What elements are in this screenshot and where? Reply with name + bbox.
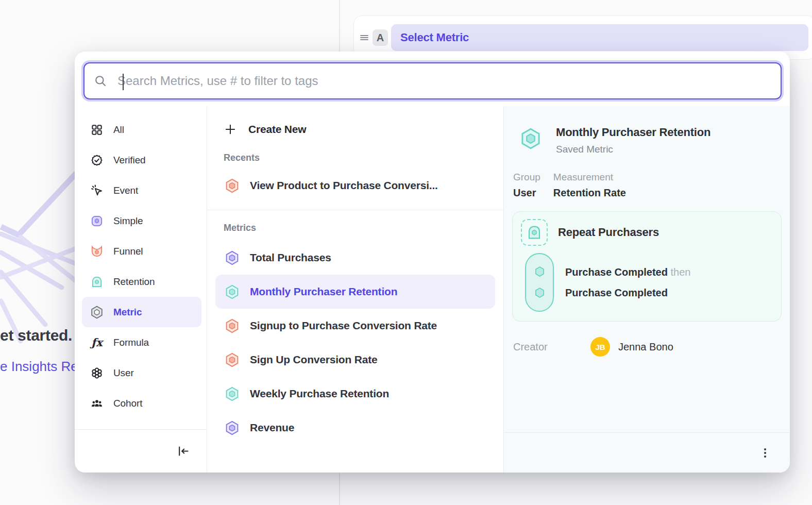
definition-step: Purchase Completed then bbox=[565, 266, 690, 278]
sidebar-item-label: Verified bbox=[113, 155, 146, 166]
meta-label: Measurement bbox=[553, 172, 626, 183]
create-new-label: Create New bbox=[248, 123, 306, 136]
metrics-section-title: Metrics bbox=[207, 223, 503, 233]
sidebar-item-metric[interactable]: Metric bbox=[82, 297, 201, 327]
metric-item-signup-to-purchase[interactable]: Signup to Purchase Conversion Rate bbox=[215, 309, 495, 343]
event-sequence-capsule bbox=[525, 253, 554, 312]
creator-avatar: JB bbox=[590, 337, 610, 357]
retention-icon bbox=[89, 274, 105, 290]
verified-badge-icon bbox=[89, 153, 105, 168]
user-flower-icon bbox=[89, 365, 105, 381]
recent-item-label: View Product to Purchase Conversi... bbox=[250, 179, 438, 192]
retention-definition-icon bbox=[521, 219, 548, 246]
creator-name: Jenna Bono bbox=[618, 341, 673, 353]
sidebar-item-cohort[interactable]: Cohort bbox=[82, 388, 201, 418]
search-section bbox=[75, 52, 790, 106]
retention-metric-icon bbox=[224, 284, 240, 300]
event-hexagon-icon bbox=[533, 265, 547, 279]
sidebar-item-label: Retention bbox=[113, 276, 155, 288]
background-link-partial[interactable]: e Insights Re bbox=[0, 359, 75, 375]
drag-handle-icon[interactable] bbox=[359, 32, 369, 43]
simple-metric-icon bbox=[89, 213, 105, 229]
retention-metric-icon bbox=[224, 386, 240, 402]
creator-label: Creator bbox=[513, 341, 590, 353]
background-heading-partial: et started. bbox=[0, 327, 72, 344]
funnel-metric-icon bbox=[224, 178, 240, 194]
event-hexagon-icon bbox=[533, 286, 547, 300]
detail-title: Monthly Purchaser Retention bbox=[556, 126, 711, 139]
sidebar-item-label: User bbox=[113, 367, 134, 379]
background-text-region: et started. e Insights Re bbox=[0, 319, 75, 386]
sidebar-item-label: Event bbox=[113, 185, 138, 196]
simple-metric-icon bbox=[224, 250, 240, 266]
select-metric-label: Select Metric bbox=[400, 31, 469, 44]
meta-measurement: Measurement Retention Rate bbox=[553, 172, 626, 199]
sidebar-item-label: Funnel bbox=[113, 246, 143, 257]
metric-picker-modal: All Verified bbox=[75, 52, 790, 473]
metric-item-label: Revenue bbox=[250, 422, 294, 434]
step-connector: then bbox=[671, 266, 691, 278]
funnel-metric-icon bbox=[224, 318, 240, 334]
metric-item-label: Weekly Purchase Retention bbox=[250, 388, 389, 400]
kebab-menu-icon[interactable] bbox=[759, 447, 771, 459]
event-cursor-icon bbox=[89, 183, 105, 198]
sidebar-item-label: Cohort bbox=[113, 398, 142, 409]
list-divider bbox=[207, 210, 503, 210]
metric-item-monthly-purchaser-retention[interactable]: Monthly Purchaser Retention bbox=[215, 275, 495, 309]
recent-item[interactable]: View Product to Purchase Conversi... bbox=[215, 169, 495, 203]
type-filter-sidebar: All Verified bbox=[75, 106, 207, 473]
sidebar-item-event[interactable]: Event bbox=[82, 175, 201, 206]
select-metric-button[interactable]: Select Metric bbox=[391, 24, 808, 51]
plus-icon bbox=[224, 123, 237, 136]
definition-step: Purchase Completed bbox=[565, 287, 690, 299]
sidebar-item-user[interactable]: User bbox=[82, 358, 201, 388]
funnel-icon bbox=[89, 244, 105, 259]
sidebar-item-all[interactable]: All bbox=[82, 114, 201, 145]
metric-item-label: Signup to Purchase Conversion Rate bbox=[250, 319, 437, 332]
recents-section-title: Recents bbox=[207, 153, 503, 163]
sidebar-item-label: All bbox=[113, 124, 124, 136]
metric-definition-card: Repeat Purchasers Purchase Comp bbox=[512, 211, 782, 322]
text-caret bbox=[123, 74, 124, 90]
metric-item-revenue[interactable]: Revenue bbox=[215, 411, 495, 445]
metric-item-weekly-purchase-retention[interactable]: Weekly Purchase Retention bbox=[215, 377, 495, 411]
sidebar-item-formula[interactable]: ƒx Formula bbox=[82, 327, 201, 358]
meta-value: Retention Rate bbox=[553, 187, 626, 199]
sidebar-item-label: Formula bbox=[113, 337, 149, 348]
metric-item-label: Sign Up Conversion Rate bbox=[250, 354, 377, 366]
collapse-panel-icon[interactable] bbox=[176, 444, 190, 458]
sidebar-item-label: Simple bbox=[113, 215, 143, 227]
detail-subtitle: Saved Metric bbox=[556, 144, 711, 155]
sidebar-item-retention[interactable]: Retention bbox=[82, 266, 201, 297]
series-label-badge: A bbox=[373, 29, 388, 46]
sidebar-item-funnel[interactable]: Funnel bbox=[82, 236, 201, 266]
metric-hexagon-icon bbox=[89, 305, 105, 320]
formula-icon: ƒx bbox=[89, 335, 105, 350]
sidebar-item-label: Metric bbox=[113, 307, 142, 318]
search-icon bbox=[94, 74, 107, 88]
grid-icon bbox=[89, 122, 105, 138]
definition-name: Repeat Purchasers bbox=[558, 226, 659, 239]
cohort-icon bbox=[89, 396, 105, 411]
retention-metric-icon bbox=[519, 127, 543, 150]
metric-item-total-purchases[interactable]: Total Purchases bbox=[215, 241, 495, 275]
meta-group: Group User bbox=[513, 172, 540, 199]
create-new-button[interactable]: Create New bbox=[207, 113, 503, 145]
metric-item-signup-conversion[interactable]: Sign Up Conversion Rate bbox=[215, 343, 495, 377]
meta-value: User bbox=[513, 187, 540, 199]
simple-metric-icon bbox=[224, 420, 240, 436]
funnel-metric-icon bbox=[224, 352, 240, 368]
metric-detail-panel: Monthly Purchaser Retention Saved Metric… bbox=[504, 106, 790, 473]
metric-list: Create New Recents View Product to Purch… bbox=[207, 106, 504, 473]
sidebar-item-simple[interactable]: Simple bbox=[82, 206, 201, 236]
meta-label: Group bbox=[513, 172, 540, 183]
metric-item-label: Total Purchases bbox=[250, 251, 331, 264]
search-input[interactable] bbox=[117, 74, 771, 88]
metric-item-label: Monthly Purchaser Retention bbox=[250, 285, 397, 298]
search-bar[interactable] bbox=[83, 62, 782, 99]
sidebar-item-verified[interactable]: Verified bbox=[82, 145, 201, 175]
